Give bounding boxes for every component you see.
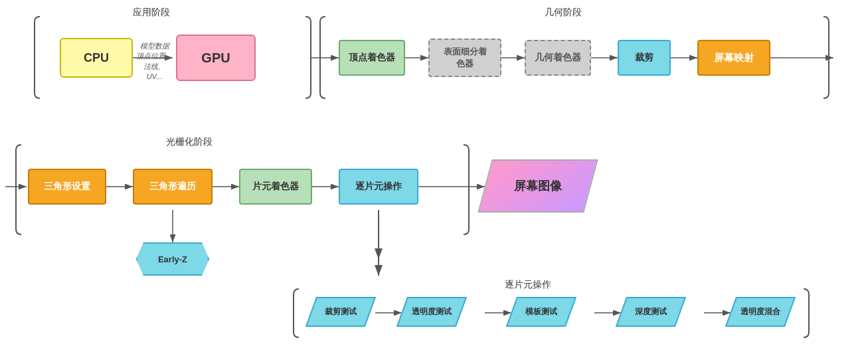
screen-mapping-box: 屏幕映射 [697, 40, 770, 76]
triangle-setup-box: 三角形设置 [28, 169, 106, 205]
clip-test-diamond: 裁剪测试 [305, 297, 376, 327]
per-fragment-op-box: 逐片元操作 [339, 169, 418, 205]
screen-image-box: 屏幕图像 [477, 159, 598, 213]
alpha-test-label: 透明度测试 [412, 306, 452, 317]
fragment-shader-box: 片元着色器 [239, 169, 312, 205]
alpha-test-diamond: 透明度测试 [396, 297, 467, 327]
gpu-box: GPU [176, 35, 256, 81]
vertex-shader-box: 顶点着色器 [339, 40, 405, 76]
label-per-fragment: 逐片元操作 [505, 279, 551, 291]
geometry-shader-box: 几何着色器 [525, 40, 591, 76]
label-application: 应用阶段 [133, 7, 170, 19]
screen-image-label: 屏幕图像 [514, 178, 562, 194]
annotation-text: 模型数据顶点位置、法线、UV... [136, 41, 173, 82]
triangle-traversal-box: 三角形遍历 [133, 169, 213, 205]
blend-diamond: 透明度混合 [725, 297, 796, 327]
tessellation-shader-box: 表面细分着色器 [428, 39, 501, 77]
depth-test-diamond: 深度测试 [616, 297, 686, 327]
early-z-box: Early-Z [136, 242, 209, 276]
label-geometry: 几何阶段 [545, 7, 582, 19]
blend-label: 透明度混合 [740, 306, 780, 317]
depth-test-label: 深度测试 [635, 306, 667, 317]
clip-box: 裁剪 [618, 40, 671, 76]
stencil-test-label: 模板测试 [525, 306, 557, 317]
diagram: 应用阶段 几何阶段 CPU 模型数据顶点位置、法线、UV... GPU 顶点着色… [0, 0, 868, 358]
cpu-box: CPU [60, 38, 133, 78]
stencil-test-diamond: 模板测试 [506, 297, 576, 327]
clip-test-label: 裁剪测试 [325, 306, 357, 317]
label-rasterize: 光栅化阶段 [166, 136, 213, 148]
